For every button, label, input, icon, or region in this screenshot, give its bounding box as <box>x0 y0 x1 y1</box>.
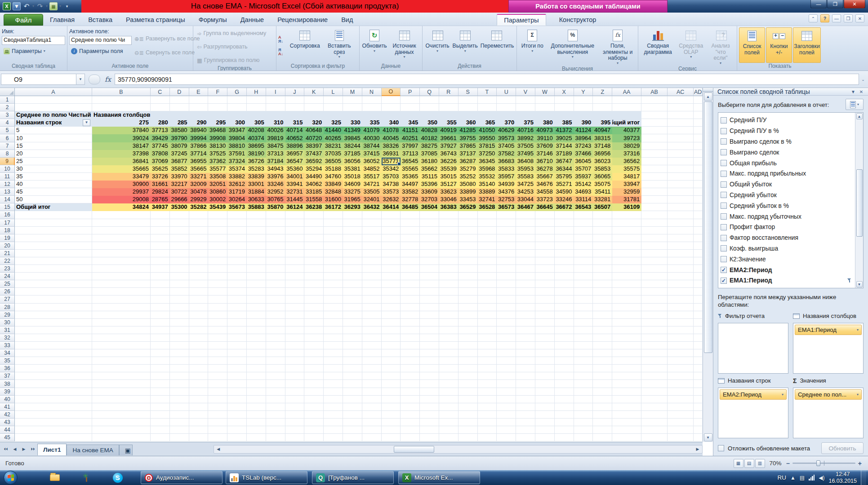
cell-N14[interactable]: 32401 <box>362 196 382 203</box>
start-button[interactable] <box>4 471 18 485</box>
cell-Y18[interactable] <box>574 227 593 234</box>
cell-B44[interactable] <box>92 426 151 434</box>
cell-F17[interactable] <box>208 219 227 227</box>
cell-W21[interactable] <box>535 250 555 257</box>
cell-X4[interactable]: 385 <box>555 119 574 127</box>
cell-A5[interactable]: 5 <box>15 127 92 134</box>
cell-D23[interactable] <box>170 265 189 273</box>
cell-X43[interactable] <box>555 419 574 426</box>
cell-Q30[interactable] <box>420 319 439 326</box>
row-header-3[interactable]: 3 <box>0 111 15 119</box>
cell-L30[interactable] <box>324 319 343 326</box>
cell-V2[interactable] <box>516 104 535 111</box>
cell-I44[interactable] <box>266 426 285 434</box>
cell-L5[interactable]: 41440 <box>324 127 343 134</box>
cell-AC19[interactable] <box>668 234 694 242</box>
field-list-scroll-thumb[interactable] <box>856 169 863 237</box>
cell-R9[interactable]: 36226 <box>439 158 458 165</box>
skype-pinned-icon[interactable]: S <box>111 472 124 484</box>
cell-O43[interactable] <box>382 419 401 426</box>
cell-S5[interactable]: 41285 <box>458 127 478 134</box>
clock[interactable]: 12:47 16.03.2015 <box>828 471 857 485</box>
cell-U31[interactable] <box>497 326 516 334</box>
group-selection-button[interactable]: ➾ Группа по выделенному <box>195 28 268 38</box>
row-header-23[interactable]: 23 <box>0 265 15 273</box>
cell-R29[interactable] <box>439 311 458 319</box>
cell-G39[interactable] <box>227 388 247 396</box>
cell-I3[interactable] <box>266 111 285 119</box>
cell-E20[interactable] <box>189 242 209 250</box>
tab-file[interactable]: Файл <box>4 14 43 26</box>
cell-A8[interactable]: 20 <box>15 150 92 158</box>
cell-Q14[interactable]: 32703 <box>420 196 439 203</box>
cell-M1[interactable] <box>343 96 362 104</box>
cell-L27[interactable] <box>324 295 343 303</box>
cell-J35[interactable] <box>285 357 305 365</box>
cell-AC30[interactable] <box>668 319 694 326</box>
cell-C22[interactable] <box>151 257 170 265</box>
cell-AD18[interactable] <box>694 227 703 234</box>
cell-T37[interactable] <box>478 372 497 380</box>
cell-G30[interactable] <box>227 319 247 326</box>
cell-S37[interactable] <box>458 372 478 380</box>
cell-Z20[interactable] <box>593 242 612 250</box>
cell-J19[interactable] <box>285 234 305 242</box>
cell-X40[interactable] <box>555 396 574 403</box>
cell-E45[interactable] <box>189 434 209 441</box>
palm-app-pinned-icon[interactable] <box>80 472 93 484</box>
field-checkbox[interactable] <box>721 171 727 177</box>
cell-A2[interactable] <box>15 104 92 111</box>
cell-T30[interactable] <box>478 319 497 326</box>
cell-D1[interactable] <box>170 96 189 104</box>
cell-N22[interactable] <box>362 257 382 265</box>
cell-P18[interactable] <box>401 227 420 234</box>
cell-M21[interactable] <box>343 250 362 257</box>
cell-N26[interactable] <box>362 288 382 295</box>
cell-T11[interactable]: 35532 <box>478 173 497 181</box>
cell-I5[interactable]: 40026 <box>266 127 285 134</box>
scroll-right-icon[interactable]: ▶ <box>693 445 702 454</box>
cell-K19[interactable] <box>304 234 324 242</box>
cell-B27[interactable] <box>92 295 151 303</box>
cell-X13[interactable]: 34590 <box>555 188 574 196</box>
cell-O39[interactable] <box>382 388 401 396</box>
cell-E30[interactable] <box>189 319 209 326</box>
cell-Z24[interactable] <box>593 273 612 280</box>
cell-I8[interactable]: 37313 <box>266 150 285 158</box>
cell-U7[interactable]: 37405 <box>497 142 516 150</box>
last-sheet-icon[interactable]: ⏵⏵ <box>28 445 37 454</box>
cell-J8[interactable]: 36957 <box>285 150 305 158</box>
cell-F25[interactable] <box>208 280 227 288</box>
cell-D43[interactable] <box>170 419 189 426</box>
cell-AD22[interactable] <box>694 257 703 265</box>
cell-S12[interactable]: 35080 <box>458 181 478 188</box>
cell-V33[interactable] <box>516 342 535 349</box>
cell-Z13[interactable]: 35411 <box>593 188 612 196</box>
cell-Y25[interactable] <box>574 280 593 288</box>
cell-V11[interactable]: 35583 <box>516 173 535 181</box>
cell-D39[interactable] <box>170 388 189 396</box>
cell-AB28[interactable] <box>641 304 668 311</box>
row-header-38[interactable]: 38 <box>0 380 15 388</box>
cell-W32[interactable] <box>535 334 555 342</box>
totals-by-button[interactable]: Σ Итоги по▾ <box>519 27 546 66</box>
column-header-AC[interactable]: AC <box>668 88 694 96</box>
cell-AC31[interactable] <box>668 326 694 334</box>
cell-A3[interactable]: Среднее по полю Чистый П/У <box>15 111 92 119</box>
column-header-B[interactable]: B <box>92 88 151 96</box>
cell-V6[interactable]: 38992 <box>516 134 535 142</box>
column-header-O[interactable]: O <box>382 88 401 96</box>
cell-O8[interactable]: 36931 <box>382 150 401 158</box>
cell-Y36[interactable] <box>574 365 593 372</box>
cell-AC41[interactable] <box>668 403 694 411</box>
field-checkbox[interactable] <box>721 213 727 220</box>
cell-C38[interactable] <box>151 380 170 388</box>
cell-W44[interactable] <box>535 426 555 434</box>
cell-V41[interactable] <box>516 403 535 411</box>
cell-I10[interactable]: 34943 <box>266 165 285 173</box>
cell-W10[interactable]: 36278 <box>535 165 555 173</box>
cell-R35[interactable] <box>439 357 458 365</box>
cell-R27[interactable] <box>439 295 458 303</box>
cell-V4[interactable]: 375 <box>516 119 535 127</box>
select-all-corner[interactable] <box>0 88 15 96</box>
